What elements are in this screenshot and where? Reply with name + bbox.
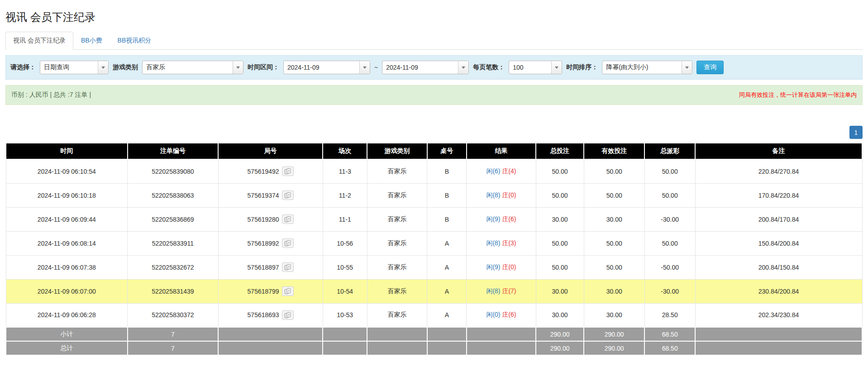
total-row: 总计 7 290.00 290.00 68.50 [6, 341, 862, 355]
balance-note: 200.84/170.84 [695, 207, 862, 231]
chevron-down-icon[interactable] [98, 61, 108, 74]
game-type: 百家乐 [367, 303, 427, 327]
bet-id: 522025832672 [128, 255, 219, 279]
game-result-icon[interactable] [282, 214, 294, 224]
tab-bb-points[interactable]: BB视讯积分 [110, 32, 159, 50]
search-button[interactable]: 查询 [696, 61, 724, 74]
page-size-select[interactable] [509, 61, 562, 74]
result-player: 闲(9) [486, 215, 500, 223]
valid-bet-note: 同局有效投注，统一计算在该局第一张注单内 [739, 91, 857, 99]
chevron-down-icon[interactable] [551, 61, 562, 74]
result-cell: 闲(9) 庄(0) [467, 255, 536, 279]
date-to-input[interactable] [382, 61, 458, 74]
balance-note: 150.84/200.84 [695, 231, 862, 255]
round-cell: 575618799 [218, 279, 323, 303]
game-result-icon[interactable] [282, 238, 294, 248]
tab-bb-tips[interactable]: BB小费 [73, 32, 110, 50]
session-no: 10-55 [323, 255, 367, 279]
col-table-no: 桌号 [427, 143, 467, 159]
sort-order-input[interactable] [602, 61, 682, 74]
chevron-down-icon[interactable] [682, 61, 692, 74]
total-bet-link[interactable]: 50.00 [536, 231, 584, 255]
balance-note: 200.84/150.84 [695, 255, 862, 279]
total-bet-link[interactable]: 50.00 [536, 255, 584, 279]
sort-order-select[interactable] [602, 61, 692, 74]
sort-order-label: 时间排序： [566, 63, 598, 71]
page-size-input[interactable] [509, 61, 551, 74]
chevron-down-icon[interactable] [359, 61, 370, 74]
session-no: 10-56 [323, 231, 367, 255]
tab-bar: 视讯 会员下注纪录 BB小费 BB视讯积分 [5, 32, 863, 50]
round-id: 575618992 [248, 240, 279, 247]
valid-bet: 30.00 [584, 207, 644, 231]
subtotal-row: 小计 7 290.00 290.00 68.50 [6, 327, 862, 341]
game-type-input[interactable] [143, 61, 233, 74]
total-bet-link[interactable]: 50.00 [536, 159, 584, 183]
result-banker: 庄(0) [502, 263, 516, 271]
payout-amount: 50.00 [644, 183, 695, 207]
chevron-down-icon[interactable] [233, 61, 243, 74]
total-bet-link[interactable]: 30.00 [536, 279, 584, 303]
bet-time: 2024-11-09 06:10:18 [6, 183, 128, 207]
table-row: 2024-11-09 06:10:18 522025838063 5756193… [6, 183, 862, 207]
chevron-down-icon[interactable] [458, 61, 468, 74]
game-type: 百家乐 [367, 279, 427, 303]
payout-amount: 50.00 [644, 159, 695, 183]
table-body: 2024-11-09 06:10:54 522025839080 5756194… [6, 159, 862, 327]
total-label: 总计 [6, 341, 128, 355]
col-round-id: 局号 [218, 143, 323, 159]
game-result-icon[interactable] [282, 286, 294, 296]
pagination: 1 [5, 126, 863, 139]
round-cell: 575619492 [218, 159, 323, 183]
total-bet-link[interactable]: 30.00 [536, 207, 584, 231]
bet-id: 522025839080 [128, 159, 219, 183]
col-time: 时间 [6, 143, 128, 159]
query-type-select[interactable] [40, 61, 109, 74]
bet-time: 2024-11-09 06:06:28 [6, 303, 128, 327]
game-result-icon[interactable] [282, 262, 294, 272]
subtotal-label: 小计 [6, 327, 128, 341]
col-note: 备注 [695, 143, 862, 159]
result-player: 闲(8) [486, 287, 500, 295]
bet-id: 522025836869 [128, 207, 219, 231]
query-type-input[interactable] [40, 61, 98, 74]
tab-betting-records[interactable]: 视讯 会员下注纪录 [5, 32, 73, 50]
round-id: 575618693 [248, 311, 279, 319]
result-player: 闲(0) [486, 311, 500, 318]
game-result-icon[interactable] [282, 310, 294, 320]
col-payout: 总派彩 [644, 143, 695, 159]
game-type: 百家乐 [367, 207, 427, 231]
bet-id: 522025833911 [128, 231, 219, 255]
payout-amount: -30.00 [644, 279, 695, 303]
page-size-label: 每页笔数： [473, 63, 505, 71]
result-banker: 庄(0) [502, 191, 516, 199]
table-no: B [427, 183, 467, 207]
round-cell: 575618693 [218, 303, 323, 327]
subtotal-payout: 68.50 [644, 327, 695, 341]
betting-records-table: 时间 注单编号 局号 场次 游戏类别 桌号 结果 总投注 有效投注 总派彩 备注… [5, 143, 863, 356]
total-bet-link[interactable]: 30.00 [536, 303, 584, 327]
balance-note: 170.84/220.84 [695, 183, 862, 207]
valid-bet: 30.00 [584, 303, 644, 327]
game-type-select[interactable] [142, 61, 243, 74]
date-to-select[interactable] [382, 61, 469, 74]
subtotal-total-bet: 290.00 [536, 327, 584, 341]
date-from-input[interactable] [284, 61, 359, 74]
total-bet-link[interactable]: 50.00 [536, 183, 584, 207]
game-type: 百家乐 [367, 159, 427, 183]
table-no: A [427, 255, 467, 279]
bet-time: 2024-11-09 06:10:54 [6, 159, 128, 183]
session-no: 10-53 [323, 303, 367, 327]
payout-amount: -50.00 [644, 255, 695, 279]
subtotal-valid-bet: 290.00 [584, 327, 644, 341]
currency-total-summary: 币别 : 人民币 | 总共 :7 注单 | [11, 91, 91, 99]
game-result-icon[interactable] [282, 166, 294, 176]
game-result-icon[interactable] [282, 190, 294, 200]
game-type-label: 游戏类别 [113, 63, 138, 71]
page-number-button[interactable]: 1 [849, 126, 863, 139]
date-from-select[interactable] [283, 61, 370, 74]
payout-amount: 28.50 [644, 303, 695, 327]
session-no: 11-3 [323, 159, 367, 183]
col-result: 结果 [467, 143, 536, 159]
table-row: 2024-11-09 06:07:38 522025832672 5756188… [6, 255, 862, 279]
